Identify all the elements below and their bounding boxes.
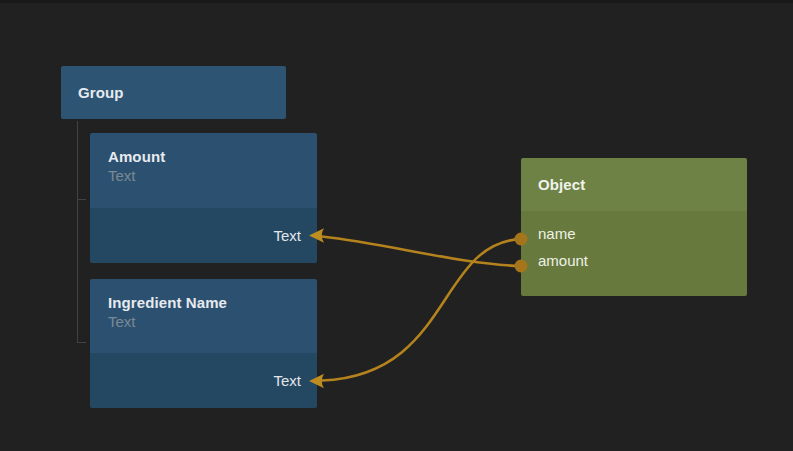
- tree-connector-trunk: [77, 121, 78, 343]
- node-group[interactable]: Group: [61, 66, 286, 119]
- wire-amount-to-amount-text[interactable]: [322, 237, 521, 267]
- wire-name-to-ingredient-text[interactable]: [322, 239, 521, 381]
- ingredient-node-title: Ingredient Name: [108, 294, 301, 311]
- object-port-name[interactable]: name: [521, 220, 747, 247]
- amount-text-input-row[interactable]: Text: [90, 208, 317, 263]
- ingredient-node-type: Text: [108, 313, 301, 330]
- ingredient-text-input-row[interactable]: Text: [90, 353, 317, 408]
- object-port-name-label: name: [538, 225, 576, 242]
- object-node-body: name amount: [521, 211, 747, 296]
- object-port-amount[interactable]: amount: [521, 247, 747, 274]
- node-ingredient-name[interactable]: Ingredient Name Text Text: [90, 279, 317, 408]
- ingredient-text-input-label: Text: [273, 372, 301, 389]
- object-node-header: Object: [521, 158, 747, 211]
- amount-text-input-label: Text: [273, 227, 301, 244]
- node-object[interactable]: Object name amount: [521, 158, 747, 296]
- object-node-title: Object: [538, 176, 585, 193]
- ingredient-node-header: Ingredient Name Text: [90, 279, 317, 353]
- node-editor-canvas: Group Amount Text Text Ingredient Name T…: [0, 0, 793, 451]
- object-port-amount-label: amount: [538, 252, 588, 269]
- tree-connector-tick-ingredient: [77, 342, 86, 343]
- amount-node-header: Amount Text: [90, 133, 317, 208]
- node-amount[interactable]: Amount Text Text: [90, 133, 317, 263]
- tree-connector-tick-amount: [77, 199, 86, 200]
- amount-node-type: Text: [108, 167, 301, 184]
- amount-node-title: Amount: [108, 148, 301, 165]
- group-node-title: Group: [78, 84, 124, 101]
